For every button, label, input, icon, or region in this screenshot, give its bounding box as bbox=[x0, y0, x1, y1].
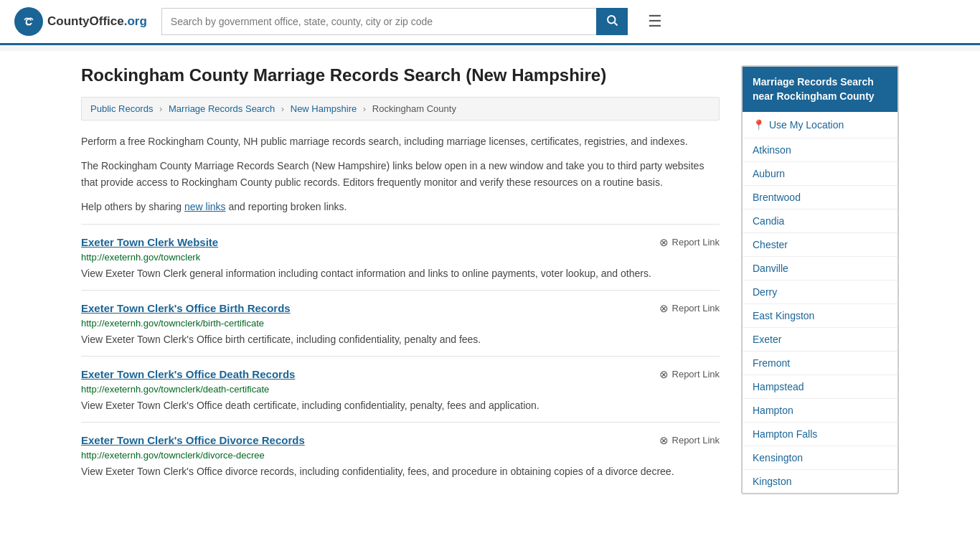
location-link-hampstead[interactable]: Hampstead bbox=[753, 381, 804, 392]
result-title-0[interactable]: Exeter Town Clerk Website bbox=[81, 236, 218, 248]
description-para-2: The Rockingham County Marriage Records S… bbox=[81, 158, 720, 190]
result-desc-0: View Exeter Town Clerk general informati… bbox=[81, 266, 720, 281]
sidebar-location-hampton: Hampton bbox=[743, 399, 897, 423]
sidebar-location-chester: Chester bbox=[743, 233, 897, 257]
results-list: Exeter Town Clerk Website ⊗ Report Link … bbox=[81, 224, 720, 488]
breadcrumb: Public Records › Marriage Records Search… bbox=[81, 97, 720, 121]
logo-text: CountyOffice.org bbox=[47, 14, 147, 29]
location-link-derry[interactable]: Derry bbox=[753, 286, 777, 298]
result-title-1[interactable]: Exeter Town Clerk's Office Birth Records bbox=[81, 302, 291, 314]
location-link-kingston[interactable]: Kingston bbox=[753, 476, 791, 487]
svg-point-2 bbox=[608, 16, 616, 24]
sidebar-location-derry: Derry bbox=[743, 281, 897, 304]
search-area bbox=[161, 8, 628, 35]
location-link-hampton[interactable]: Hampton bbox=[753, 405, 793, 416]
result-item-0: Exeter Town Clerk Website ⊗ Report Link … bbox=[81, 224, 720, 290]
report-icon-3: ⊗ bbox=[659, 434, 669, 447]
sub-header-bar bbox=[0, 45, 980, 51]
sidebar-location-auburn: Auburn bbox=[743, 162, 897, 186]
location-link-exeter[interactable]: Exeter bbox=[753, 334, 781, 345]
breadcrumb-sep-3: › bbox=[363, 103, 366, 114]
report-link-2[interactable]: ⊗ Report Link bbox=[659, 368, 720, 381]
description-para-3: Help others by sharing new links and rep… bbox=[81, 199, 720, 215]
sidebar-location-kingston: Kingston bbox=[743, 470, 897, 493]
location-link-candia[interactable]: Candia bbox=[753, 215, 784, 227]
search-button[interactable] bbox=[596, 8, 628, 35]
location-link-brentwood[interactable]: Brentwood bbox=[753, 192, 801, 203]
new-links-link[interactable]: new links bbox=[184, 201, 226, 212]
location-link-danville[interactable]: Danville bbox=[753, 263, 788, 274]
location-link-auburn[interactable]: Auburn bbox=[753, 168, 785, 179]
use-my-location-link[interactable]: Use My Location bbox=[769, 119, 844, 131]
logo-icon: C bbox=[14, 7, 43, 36]
breadcrumb-current: Rockingham County bbox=[372, 103, 456, 114]
report-link-0[interactable]: ⊗ Report Link bbox=[659, 236, 720, 249]
breadcrumb-sep-1: › bbox=[159, 103, 162, 114]
sidebar-locations-list: Atkinson Auburn Brentwood Candia Chester… bbox=[743, 138, 897, 493]
sidebar-location-exeter: Exeter bbox=[743, 328, 897, 352]
result-url-1: http://exeternh.gov/townclerk/birth-cert… bbox=[81, 318, 720, 329]
sidebar-location-fremont: Fremont bbox=[743, 352, 897, 375]
result-title-3[interactable]: Exeter Town Clerk's Office Divorce Recor… bbox=[81, 434, 305, 446]
result-url-0: http://exeternh.gov/townclerk bbox=[81, 252, 720, 263]
breadcrumb-marriage-records[interactable]: Marriage Records Search bbox=[169, 103, 275, 114]
report-icon-1: ⊗ bbox=[659, 302, 669, 315]
breadcrumb-public-records[interactable]: Public Records bbox=[90, 103, 153, 114]
location-link-kensington[interactable]: Kensington bbox=[753, 452, 803, 463]
sidebar-location-danville: Danville bbox=[743, 257, 897, 281]
sidebar: Marriage Records Search near Rockingham … bbox=[741, 65, 899, 494]
use-my-location-item: 📍 Use My Location bbox=[743, 112, 897, 138]
breadcrumb-sep-2: › bbox=[281, 103, 284, 114]
sidebar-location-east-kingston: East Kingston bbox=[743, 304, 897, 328]
result-desc-3: View Exeter Town Clerk's Office divorce … bbox=[81, 464, 720, 479]
location-link-fremont[interactable]: Fremont bbox=[753, 357, 790, 369]
header: C CountyOffice.org ☰ bbox=[0, 0, 980, 45]
report-icon-0: ⊗ bbox=[659, 236, 669, 249]
sidebar-location-hampton-falls: Hampton Falls bbox=[743, 423, 897, 446]
sidebar-location-candia: Candia bbox=[743, 209, 897, 233]
sidebar-box: Marriage Records Search near Rockingham … bbox=[741, 65, 899, 494]
location-link-atkinson[interactable]: Atkinson bbox=[753, 144, 791, 156]
result-desc-1: View Exeter Town Clerk's Office birth ce… bbox=[81, 332, 720, 347]
result-title-2[interactable]: Exeter Town Clerk's Office Death Records bbox=[81, 368, 295, 380]
report-icon-2: ⊗ bbox=[659, 368, 669, 381]
result-item-2: Exeter Town Clerk's Office Death Records… bbox=[81, 356, 720, 422]
content-area: Rockingham County Marriage Records Searc… bbox=[81, 65, 720, 494]
location-link-chester[interactable]: Chester bbox=[753, 239, 788, 250]
sidebar-header: Marriage Records Search near Rockingham … bbox=[743, 67, 897, 112]
search-input[interactable] bbox=[161, 8, 596, 35]
result-item-3: Exeter Town Clerk's Office Divorce Recor… bbox=[81, 422, 720, 488]
location-link-hampton-falls[interactable]: Hampton Falls bbox=[753, 428, 817, 440]
logo-area: C CountyOffice.org bbox=[14, 7, 147, 36]
page-title: Rockingham County Marriage Records Searc… bbox=[81, 65, 720, 85]
sidebar-location-kensington: Kensington bbox=[743, 446, 897, 470]
svg-line-3 bbox=[615, 23, 618, 26]
description-para-1: Perform a free Rockingham County, NH pub… bbox=[81, 133, 720, 149]
result-desc-2: View Exeter Town Clerk's Office death ce… bbox=[81, 398, 720, 413]
pin-icon: 📍 bbox=[753, 119, 765, 131]
menu-button[interactable]: ☰ bbox=[642, 9, 668, 34]
result-item-1: Exeter Town Clerk's Office Birth Records… bbox=[81, 290, 720, 356]
sidebar-location-hampstead: Hampstead bbox=[743, 375, 897, 399]
main-wrapper: Rockingham County Marriage Records Searc… bbox=[60, 51, 920, 509]
sidebar-location-brentwood: Brentwood bbox=[743, 186, 897, 209]
report-link-1[interactable]: ⊗ Report Link bbox=[659, 302, 720, 315]
report-link-3[interactable]: ⊗ Report Link bbox=[659, 434, 720, 447]
result-url-2: http://exeternh.gov/townclerk/death-cert… bbox=[81, 384, 720, 395]
location-link-east-kingston[interactable]: East Kingston bbox=[753, 310, 814, 321]
result-url-3: http://exeternh.gov/townclerk/divorce-de… bbox=[81, 450, 720, 461]
breadcrumb-new-hampshire[interactable]: New Hampshire bbox=[291, 103, 357, 114]
sidebar-location-atkinson: Atkinson bbox=[743, 138, 897, 162]
